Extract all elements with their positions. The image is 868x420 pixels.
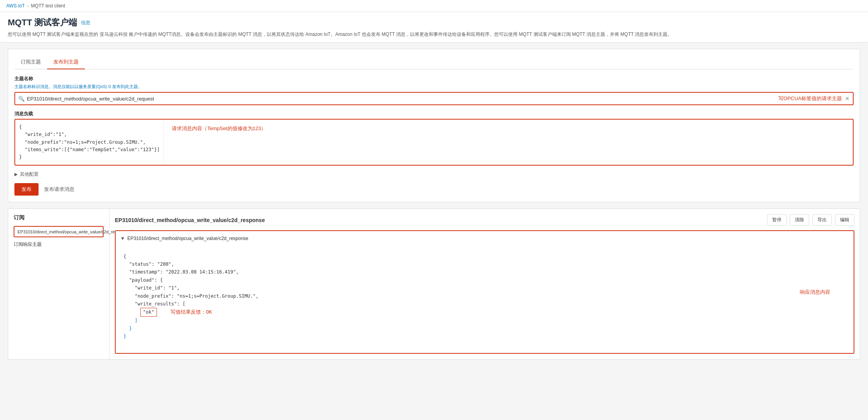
message-area: EP31010/direct_method/opcua_write_value/… (109, 209, 860, 359)
message-json: { "status": "200", "timestamp": "2022.03… (120, 244, 849, 348)
json-line-2: "status": "200", (123, 261, 174, 267)
topic-section: 主题名称 主题名称标识消息。消息仅能以以服务质量(QoS) 0 发布到此主题。 … (14, 76, 854, 105)
topic-clear-button[interactable]: ✕ (845, 95, 850, 102)
ok-value: "ok" (140, 308, 157, 316)
breadcrumb-parent[interactable]: AWS IoT (6, 3, 25, 9)
payload-annotation: 请求消息内容（TempSet的值修改为123） (164, 120, 274, 165)
topic-sublabel: 主题名称标识消息。消息仅能以以服务质量(QoS) 0 发布到此主题。 (14, 84, 854, 90)
json-line-9: ] (123, 318, 137, 323)
message-collapse-row: ▼ EP31010/direct_method/opcua_write_valu… (120, 236, 849, 241)
topic-input-row: 🔍 写OPCUA标签值的请求主题 ✕ (14, 92, 854, 105)
clear-button[interactable]: 清除 (790, 214, 809, 226)
edit-button[interactable]: 编辑 (835, 214, 854, 226)
search-icon: 🔍 (18, 96, 25, 102)
json-line-3: "timestamp": "2022.03.08 14:15:16.419", (123, 269, 239, 275)
topic-input[interactable] (27, 96, 772, 102)
message-header: EP31010/direct_method/opcua_write_value/… (115, 214, 854, 226)
page-description: 您可以使用 MQTT 测试客户端来监视在您的 亚马逊云科技 账户中传递的 MQT… (8, 31, 860, 38)
publish-panel: 订阅主题 发布到主题 主题名称 主题名称标识消息。消息仅能以以服务质量(QoS)… (8, 49, 860, 202)
payload-area: { "write_id":"1", "node_prefix":"ns=1;s=… (14, 119, 854, 166)
json-line-11: } (123, 334, 126, 339)
json-line-7: "write_results": [ (123, 301, 185, 307)
chevron-right-icon: ▶ (14, 172, 18, 177)
bottom-panel: 订阅 EP31010/direct_method/opcua_write_val… (8, 208, 860, 360)
message-collapse-topic: EP31010/direct_method/opcua_write_value/… (127, 236, 248, 241)
breadcrumb: AWS IoT › MQTT test client (0, 0, 868, 12)
page-header: MQTT 测试客户端 信息 您可以使用 MQTT 测试客户端来监视在您的 亚马逊… (0, 12, 868, 42)
json-line-6: "node_prefix": "ns=1;s=Project.Group.SIM… (123, 293, 259, 299)
response-annotation: 响应消息内容 (800, 289, 830, 296)
publish-action-label: 发布请求消息 (44, 186, 74, 193)
collapse-arrow-icon[interactable]: ▼ (120, 236, 125, 241)
export-button[interactable]: 导出 (812, 214, 832, 226)
payload-label: 消息负载 (14, 111, 854, 117)
tab-bar: 订阅主题 发布到主题 (14, 55, 854, 69)
message-topic-title: EP31010/direct_method/opcua_write_value/… (115, 217, 265, 223)
topic-label: 主题名称 (14, 76, 854, 82)
tab-publish[interactable]: 发布到主题 (47, 55, 85, 69)
subscribe-sidebar: 订阅 EP31010/direct_method/opcua_write_val… (8, 209, 109, 359)
message-actions: 暂停 清除 导出 编辑 (767, 214, 854, 226)
json-line-10: } (123, 326, 132, 331)
publish-action-row: 发布 发布请求消息 (14, 183, 854, 196)
message-body: ▼ EP31010/direct_method/opcua_write_valu… (115, 230, 854, 354)
tab-subscribe[interactable]: 订阅主题 (14, 55, 47, 69)
payload-section: 消息负载 { "write_id":"1", "node_prefix":"ns… (14, 111, 854, 166)
subscribe-chip[interactable]: EP31010/direct_method/opcua_write_value/… (14, 226, 104, 237)
other-config-label: 其他配置 (20, 171, 39, 178)
subscribe-response-label: 订阅响应主题 (14, 241, 104, 248)
subscribe-sidebar-title: 订阅 (14, 214, 104, 221)
json-line-5: "write_id": "1", (123, 285, 180, 291)
topic-annotation: 写OPCUA标签值的请求主题 (778, 95, 842, 102)
json-line-4: "payload": { (123, 277, 163, 283)
breadcrumb-separator: › (27, 3, 29, 9)
breadcrumb-current: MQTT test client (31, 3, 65, 9)
info-link[interactable]: 信息 (81, 19, 90, 26)
main-content: 订阅主题 发布到主题 主题名称 主题名称标识消息。消息仅能以以服务质量(QoS)… (0, 42, 868, 366)
json-line-8: "ok" 写值结果反馈：OK (123, 309, 212, 315)
json-line-1: { (123, 254, 126, 259)
write-ok-annotation: 写值结果反馈：OK (171, 309, 212, 315)
publish-button[interactable]: 发布 (14, 183, 39, 196)
pause-button[interactable]: 暂停 (767, 214, 787, 226)
payload-text[interactable]: { "write_id":"1", "node_prefix":"ns=1;s=… (15, 120, 164, 165)
page-title: MQTT 测试客户端 信息 (8, 17, 860, 28)
other-config-toggle[interactable]: ▶ 其他配置 (14, 171, 854, 178)
page-title-text: MQTT 测试客户端 (8, 17, 77, 28)
